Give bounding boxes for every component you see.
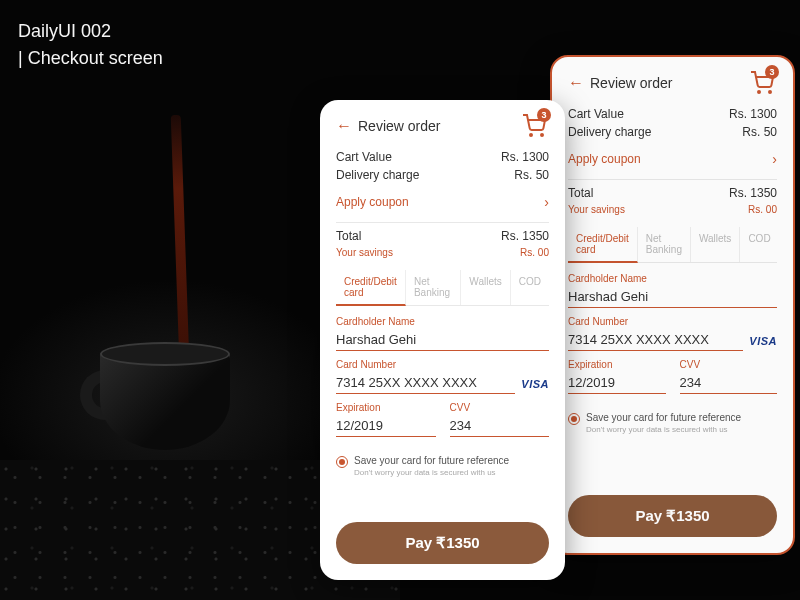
svg-point-0 xyxy=(758,91,760,93)
checkout-card-background-copy: ← Review order 3 Cart ValueRs. 1300 Deli… xyxy=(550,55,795,555)
cvv-label: CVV xyxy=(450,402,550,413)
expiration-input[interactable] xyxy=(568,372,666,394)
tab-credit-debit[interactable]: Credit/Debit card xyxy=(336,270,406,306)
save-card-label: Save your card for future reference xyxy=(354,455,509,466)
expiration-label: Expiration xyxy=(336,402,436,413)
coffee-cup xyxy=(80,330,260,460)
expiration-field: Expiration xyxy=(336,402,436,437)
save-card-label: Save your card for future reference xyxy=(586,412,741,423)
tab-net-banking[interactable]: Net Banking xyxy=(406,270,461,305)
tab-credit-debit[interactable]: Credit/Debit card xyxy=(568,227,638,263)
card-number-input[interactable] xyxy=(336,372,515,394)
tab-cod[interactable]: COD xyxy=(511,270,549,305)
payment-tabs: Credit/Debit card Net Banking Wallets CO… xyxy=(568,227,777,263)
save-card-row: Save your card for future reference Don'… xyxy=(336,455,549,477)
title-line-1: DailyUI 002 xyxy=(18,18,163,45)
card-number-label: Card Number xyxy=(336,359,515,370)
back-arrow-icon[interactable]: ← xyxy=(568,74,584,92)
apply-coupon-row[interactable]: Apply coupon › xyxy=(336,184,549,218)
cart-value-row: Cart ValueRs. 1300 xyxy=(336,148,549,166)
pay-button[interactable]: Pay ₹1350 xyxy=(336,522,549,564)
visa-logo: VISA xyxy=(521,378,549,394)
cvv-input[interactable] xyxy=(680,372,778,394)
svg-point-1 xyxy=(769,91,771,93)
page-title: DailyUI 002 Checkout screen xyxy=(18,18,163,72)
cardholder-name-input[interactable] xyxy=(568,286,777,308)
cvv-field: CVV xyxy=(450,402,550,437)
cardholder-name-input[interactable] xyxy=(336,329,549,351)
chevron-right-icon: › xyxy=(544,194,549,210)
cvv-input[interactable] xyxy=(450,415,550,437)
delivery-row: Delivery chargeRs. 50 xyxy=(336,166,549,184)
back-arrow-icon[interactable]: ← xyxy=(336,117,352,135)
chevron-right-icon: › xyxy=(772,151,777,167)
cart-badge: 3 xyxy=(765,65,779,79)
tab-wallets[interactable]: Wallets xyxy=(461,270,510,305)
pay-button[interactable]: Pay ₹1350 xyxy=(568,495,777,537)
expiration-input[interactable] xyxy=(336,415,436,437)
save-card-radio[interactable] xyxy=(336,456,348,468)
visa-logo: VISA xyxy=(749,335,777,351)
save-card-sublabel: Don't worry your data is secured with us xyxy=(586,425,741,434)
checkout-card: ← Review order 3 Cart ValueRs. 1300 Deli… xyxy=(320,100,565,580)
cardholder-name-field: Cardholder Name xyxy=(336,316,549,351)
savings-row: Your savingsRs. 00 xyxy=(336,245,549,260)
tab-cod[interactable]: COD xyxy=(740,227,778,262)
card-number-input[interactable] xyxy=(568,329,743,351)
card-header: ← Review order 3 xyxy=(336,114,549,138)
cardholder-name-label: Cardholder Name xyxy=(336,316,549,327)
header-title: Review order xyxy=(358,118,440,134)
cart-icon[interactable]: 3 xyxy=(521,114,549,138)
svg-point-3 xyxy=(541,134,543,136)
save-card-sublabel: Don't worry your data is secured with us xyxy=(354,468,509,477)
title-line-2: Checkout screen xyxy=(18,45,163,72)
card-number-field: Card Number xyxy=(336,359,515,394)
header-title: Review order xyxy=(590,75,672,91)
divider xyxy=(336,222,549,223)
tab-wallets[interactable]: Wallets xyxy=(691,227,740,262)
coupon-label: Apply coupon xyxy=(336,195,409,209)
cart-badge: 3 xyxy=(537,108,551,122)
payment-tabs: Credit/Debit card Net Banking Wallets CO… xyxy=(336,270,549,306)
cart-icon[interactable]: 3 xyxy=(749,71,777,95)
total-row: TotalRs. 1350 xyxy=(336,227,549,245)
save-card-radio[interactable] xyxy=(568,413,580,425)
apply-coupon-row[interactable]: Apply coupon › xyxy=(568,141,777,175)
tab-net-banking[interactable]: Net Banking xyxy=(638,227,691,262)
svg-point-2 xyxy=(530,134,532,136)
coffee-pour-stream xyxy=(171,115,190,360)
